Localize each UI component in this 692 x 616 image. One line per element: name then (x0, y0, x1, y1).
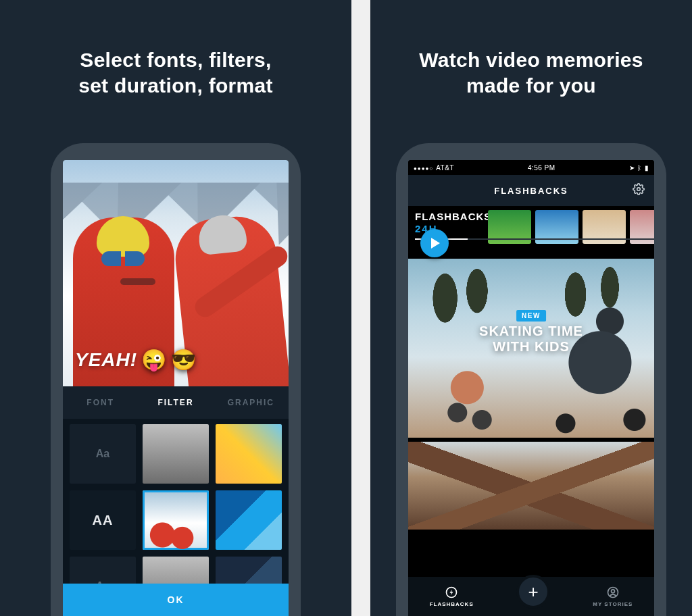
editor-preview-image[interactable]: YEAH! 😜 😎 (63, 160, 289, 386)
ok-button[interactable]: OK (63, 584, 289, 616)
tab-font[interactable]: FONT (63, 398, 138, 407)
font-thumb-aa-bold[interactable]: AA (70, 490, 136, 550)
headline-right-line1: Watch video memories (419, 49, 643, 71)
svg-point-0 (637, 188, 641, 191)
flash-icon (445, 586, 458, 599)
tab-graphic[interactable]: GRAPHIC (214, 398, 289, 407)
sunglasses-emoji-icon: 😎 (171, 348, 197, 371)
gear-icon (633, 183, 645, 195)
flashbacks-carousel-header: FLASHBACKS 24H (408, 206, 654, 244)
app-screenshot-panel-left: Select fonts, filters, set duration, for… (0, 0, 351, 616)
add-story-button[interactable]: + (516, 575, 550, 609)
carrier-label: AT&T (414, 164, 454, 172)
nav-title: FLASHBACKS (494, 186, 568, 196)
phone-frame-right: AT&T 4:56 PM ➤ ᛒ ▮ FLASHBACKS FL (396, 143, 666, 616)
filter-thumbnail-grid[interactable]: Aa AA Aa (63, 419, 289, 584)
battery-icon: ▮ (645, 164, 649, 172)
filter-thumb-gradient-1[interactable] (216, 424, 282, 484)
editor-screen: YEAH! 😜 😎 FONT FILTER GRAPHIC Aa AA Aa (63, 160, 289, 616)
font-thumb-aa-1[interactable]: Aa (70, 424, 136, 484)
headline-right: Watch video memories made for you (370, 47, 692, 98)
bottom-tab-bar: FLASHBACKS + MY STORIES (408, 577, 654, 616)
plus-icon: + (528, 582, 538, 602)
flashbacks-screen: AT&T 4:56 PM ➤ ᛒ ▮ FLASHBACKS FL (408, 160, 654, 616)
svg-point-3 (611, 590, 614, 593)
tab-my-stories[interactable]: MY STORIES (593, 586, 633, 607)
filter-thumb-selected[interactable] (143, 490, 209, 550)
story-card-skating[interactable]: NEW SKATING TIME WITH KIDS (408, 259, 654, 438)
headline-left-line2: set duration, format (78, 74, 273, 97)
settings-button[interactable] (633, 183, 645, 198)
tab-flashbacks[interactable]: FLASHBACKS (430, 586, 474, 607)
play-button[interactable] (420, 229, 449, 257)
status-time: 4:56 PM (528, 164, 555, 172)
filter-thumb-photo-bw[interactable] (143, 557, 209, 584)
bluetooth-icon: ᛒ (637, 164, 642, 172)
user-circle-icon (606, 586, 620, 599)
filter-thumb-wave-blue[interactable] (216, 490, 282, 550)
headline-left: Select fonts, filters, set duration, for… (0, 47, 351, 98)
new-badge: NEW (516, 310, 546, 322)
story-title-line2: WITH KIDS (493, 339, 569, 354)
headline-left-line1: Select fonts, filters, (80, 49, 271, 71)
story-title-line1: SKATING TIME (479, 324, 583, 338)
location-icon: ➤ (629, 164, 635, 172)
story-title: SKATING TIME WITH KIDS (408, 324, 654, 355)
filter-thumb-wave-navy[interactable] (216, 557, 282, 584)
font-thumb-aa-2[interactable]: Aa (70, 557, 136, 584)
nav-bar: FLASHBACKS (408, 175, 654, 206)
phone-frame-left: YEAH! 😜 😎 FONT FILTER GRAPHIC Aa AA Aa (51, 143, 301, 616)
tab-filter[interactable]: FILTER (138, 398, 213, 407)
tab-flashbacks-label: FLASHBACKS (430, 601, 474, 607)
preview-overlay-text[interactable]: YEAH! 😜 😎 (75, 348, 197, 371)
editor-tab-bar: FONT FILTER GRAPHIC (63, 386, 289, 419)
ios-status-bar: AT&T 4:56 PM ➤ ᛒ ▮ (408, 160, 654, 175)
overlay-caption: YEAH! (75, 349, 137, 371)
app-screenshot-panel-right: Watch video memories made for you AT&T 4… (370, 0, 692, 616)
tab-my-stories-label: MY STORIES (593, 601, 633, 607)
headline-right-line2: made for you (466, 74, 596, 97)
carousel-progress[interactable] (415, 238, 654, 240)
filter-thumb-photo-dim[interactable] (143, 424, 209, 484)
status-icons: ➤ ᛒ ▮ (629, 164, 649, 172)
wink-tongue-emoji-icon: 😜 (141, 348, 167, 371)
story-card-canyon[interactable] (408, 442, 654, 530)
